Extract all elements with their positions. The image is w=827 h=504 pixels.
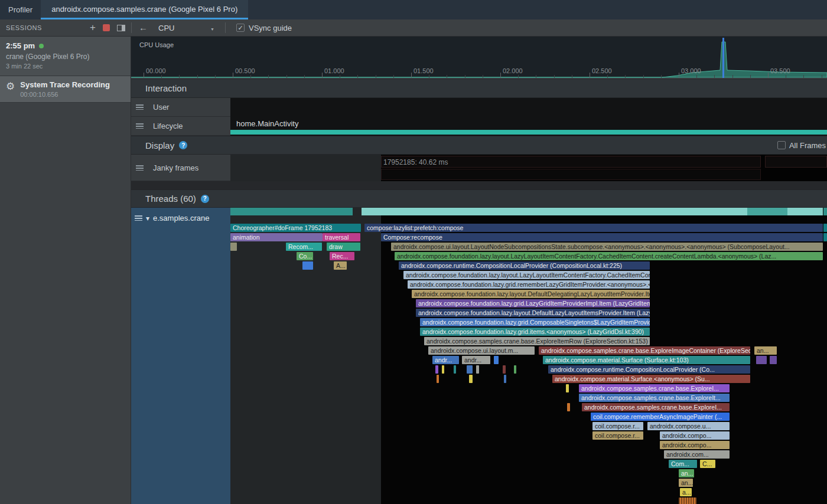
flame-bar[interactable]: androidx.compose.samples.crane.base.Expl… <box>579 384 730 392</box>
flame-bar[interactable]: an... <box>754 346 777 355</box>
cpu-usage-timeline[interactable]: CPU Usage 00.00000.50001.00001.50002.000… <box>131 37 827 78</box>
flame-bar[interactable] <box>469 375 473 383</box>
help-icon[interactable] <box>179 141 187 149</box>
user-track-label[interactable]: User <box>131 98 230 117</box>
flame-bar[interactable]: androidx.compose.foundation.lazy.layout.… <box>412 290 650 298</box>
flame-bar[interactable] <box>567 403 570 411</box>
flame-bar[interactable] <box>514 365 516 374</box>
drag-handle-icon[interactable] <box>136 104 144 110</box>
add-session-icon[interactable] <box>90 22 96 34</box>
flame-bar[interactable] <box>494 356 499 364</box>
flame-bar[interactable]: androidx.compose.foundation.lazy.layout.… <box>395 252 823 260</box>
session-tab[interactable]: androidx.compose.samples.crane (Google P… <box>41 0 248 19</box>
flame-bar[interactable] <box>437 375 439 383</box>
flame-bar[interactable]: androidx.compose.foundation.lazy.layout.… <box>403 271 650 279</box>
expand-caret-icon[interactable] <box>146 214 149 222</box>
vsync-checkbox[interactable] <box>236 24 245 32</box>
flame-bar[interactable] <box>454 365 456 374</box>
flame-bar[interactable]: Rec... <box>330 252 354 260</box>
flame-bar[interactable]: androidx.compose.runtime.CompositionLoca… <box>548 365 750 374</box>
flame-bar[interactable] <box>442 365 444 374</box>
flame-bar[interactable]: androidx.compose.samples.crane.base.Expl… <box>579 394 730 402</box>
janky-frame-bar[interactable] <box>765 156 827 168</box>
flame-bar[interactable]: androidx.compose.samples.crane.base.Expl… <box>582 403 730 411</box>
thread-label-cell[interactable]: e.samples.crane <box>131 208 230 504</box>
flame-bar[interactable]: androidx.compose.ui.layout.m... <box>428 346 535 355</box>
interaction-section-header[interactable]: Interaction <box>131 78 827 98</box>
janky-track-label[interactable]: Janky frames <box>131 155 230 181</box>
drag-handle-icon[interactable] <box>136 123 144 129</box>
thread-state-segment[interactable] <box>823 208 827 215</box>
flame-bar[interactable]: compose:lazylist:prefetch:compose <box>364 224 823 232</box>
flame-bar[interactable]: andr... <box>432 356 459 364</box>
flame-bar[interactable]: androidx.compose.material.Surface (Surfa… <box>543 356 750 364</box>
flame-bar[interactable]: androidx.compose.runtime.CompositionLoca… <box>399 261 650 270</box>
flame-bar[interactable]: androidx.compose.u... <box>647 422 730 430</box>
flame-bar[interactable]: androidx.compose.ui.layout.LayoutNodeSub… <box>391 243 823 251</box>
flame-bar[interactable] <box>679 498 696 504</box>
vsync-guide-toggle[interactable]: VSync guide <box>236 24 292 32</box>
flame-bar[interactable]: Co... <box>297 252 313 260</box>
flame-bar[interactable]: androidx.compose.foundation.lazy.grid.re… <box>408 280 650 289</box>
back-arrow-icon[interactable] <box>139 22 148 33</box>
janky-frames-track[interactable]: 17952185: 40.62 ms <box>230 155 827 181</box>
flame-bar[interactable]: Compose:recompose <box>381 233 823 241</box>
drag-handle-icon[interactable] <box>136 165 144 171</box>
lifecycle-track-label[interactable]: Lifecycle <box>131 117 230 136</box>
flame-bar[interactable]: androidx.compose.foundation.lazy.grid.La… <box>416 299 650 307</box>
flame-bar[interactable]: Recom... <box>286 243 322 251</box>
user-track[interactable] <box>230 98 827 117</box>
flame-bar[interactable]: androidx.compose.foundation.lazy.layout.… <box>416 309 650 317</box>
flame-bar[interactable] <box>476 365 479 374</box>
flame-bar[interactable]: coil.compose.r... <box>592 422 643 430</box>
flame-bar[interactable]: an... <box>679 479 693 487</box>
flame-bar[interactable]: androidx.compose.foundation.lazy.grid.Co… <box>420 318 650 326</box>
display-section-header[interactable]: Display All Frames <box>131 136 827 155</box>
thread-state-segment[interactable] <box>230 208 353 215</box>
flame-bar[interactable]: Com... <box>669 460 697 468</box>
flame-bar[interactable]: draw <box>327 243 360 251</box>
flame-bar[interactable]: a... <box>680 488 692 496</box>
flame-bar[interactable] <box>823 233 827 241</box>
flame-bar[interactable]: androidx.compose.material.Surface.<anony… <box>552 375 750 383</box>
collapse-panel-icon[interactable] <box>117 25 125 31</box>
lifecycle-activity-bar[interactable] <box>230 130 827 135</box>
profiler-mode-dropdown[interactable]: CPU <box>158 24 214 32</box>
flame-bar[interactable] <box>503 365 506 374</box>
drag-handle-icon[interactable] <box>135 215 142 221</box>
stop-recording-button[interactable] <box>103 24 110 31</box>
flame-bar[interactable]: androidx.compose.samples.crane.base.Expl… <box>539 346 750 355</box>
flame-bar[interactable] <box>504 375 506 383</box>
flame-bar[interactable]: C... <box>700 460 715 468</box>
flame-bar[interactable]: coil.compose.r... <box>592 431 643 440</box>
all-frames-checkbox[interactable] <box>777 141 786 149</box>
flame-chart[interactable]: Choreographer#doFrame 17952183compose:la… <box>230 208 827 504</box>
flame-bar[interactable]: Choreographer#doFrame 17952183 <box>230 224 361 232</box>
flame-bar[interactable]: coil.compose.rememberAsyncImagePainter (… <box>591 413 730 421</box>
flame-bar[interactable]: animation <box>230 233 323 241</box>
flame-bar[interactable]: androidx.com... <box>664 450 730 459</box>
flame-bar[interactable]: androidx.compo... <box>660 441 730 449</box>
flame-bar[interactable] <box>756 356 767 364</box>
flame-bar[interactable]: an... <box>679 469 694 477</box>
flame-bar[interactable] <box>770 356 777 364</box>
flame-bar[interactable] <box>230 243 237 251</box>
flame-bar[interactable] <box>467 365 473 374</box>
flame-bar[interactable] <box>435 365 438 374</box>
threads-section-header[interactable]: Threads (60) <box>131 189 827 208</box>
recording-item[interactable]: System Trace Recording 00:00:10.656 <box>0 76 131 103</box>
flame-bar[interactable]: andr... <box>462 356 490 364</box>
flame-bar[interactable]: traversal <box>323 233 360 241</box>
session-card[interactable]: 2:55 pm crane (Google Pixel 6 Pro) 3 min… <box>0 37 131 76</box>
janky-frame-bar[interactable] <box>381 169 761 180</box>
flame-bar[interactable]: androidx.compose.samples.crane.base.Expl… <box>424 337 650 345</box>
all-frames-toggle[interactable]: All Frames <box>777 141 826 150</box>
lifecycle-track[interactable]: home.MainActivity <box>230 117 827 136</box>
help-icon[interactable] <box>201 195 209 203</box>
flame-bar[interactable] <box>823 224 827 232</box>
flame-bar[interactable]: A... <box>334 261 347 270</box>
flame-bar[interactable] <box>566 384 569 392</box>
flame-bar[interactable]: androidx.compo... <box>660 431 730 440</box>
flame-bar[interactable] <box>302 261 313 270</box>
flame-bar[interactable]: androidx.compose.foundation.lazy.grid.it… <box>420 328 650 336</box>
